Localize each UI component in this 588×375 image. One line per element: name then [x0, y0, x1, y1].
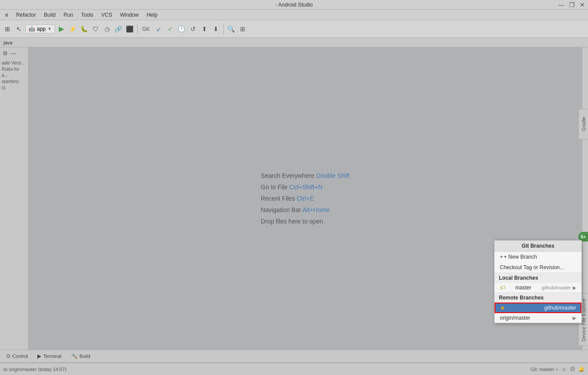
attach-button[interactable]: 🔗: [114, 24, 123, 34]
menu-item-run[interactable]: Run: [60, 11, 77, 19]
origin-master-label: origin/master: [500, 315, 530, 321]
git-branch-status[interactable]: Git: master ÷: [531, 367, 558, 372]
menu-item-refactor[interactable]: Refactor: [13, 11, 39, 19]
structure-btn[interactable]: ⊞: [238, 24, 247, 34]
git-push-btn[interactable]: ⬆: [200, 24, 209, 34]
toolbar-layout-btn[interactable]: ⊞: [3, 24, 12, 34]
checkout-tag-item[interactable]: Checkout Tag or Revision...: [495, 262, 581, 273]
hint-search-text: Search Everywhere: [261, 172, 316, 179]
toolbar: ⊞ ↖ 🤖 app ▼ ▶ ⚡ 🐛 🛡 ◷ 🔗 ⬛ Git: ↙ ✓ 🕐 ↺ ⬆…: [0, 20, 588, 38]
menu-bar: e Refactor Build Run Tools VCS Window He…: [0, 10, 588, 20]
git-update-btn[interactable]: ↙: [154, 24, 164, 34]
hint-goto: Go to File Ctrl+Shift+N: [261, 184, 349, 191]
app-selector[interactable]: 🤖 app ▼: [25, 25, 55, 33]
coverage-button[interactable]: 🛡: [91, 24, 100, 34]
tab-terminal-label: Terminal: [43, 353, 61, 359]
hint-recent: Recent Files Ctrl+E: [261, 195, 349, 202]
git-commit-btn[interactable]: ✓: [165, 24, 175, 34]
left-panel-content: adle Versi... Rules for a... operties) s…: [2, 60, 26, 91]
app-icon: 🤖: [29, 26, 35, 32]
search-btn[interactable]: 🔍: [226, 24, 236, 34]
hint-recent-text: Recent Files: [261, 195, 297, 202]
close-button[interactable]: ✕: [578, 1, 586, 8]
local-branch-master[interactable]: 🏷 master github/master ▶: [495, 283, 581, 292]
hint-navbar-text: Navigation Bar: [261, 206, 302, 213]
left-panel-text-1: adle Versi...: [2, 60, 26, 66]
hint-navbar-shortcut: Alt+Home: [302, 206, 330, 213]
title-bar: - Android Studio — ❐ ✕: [0, 0, 588, 10]
remote-branch-github-master[interactable]: ★ github/master: [495, 303, 581, 313]
toolbar-cursor-btn[interactable]: ↖: [14, 24, 24, 34]
settings-icon[interactable]: ⚙: [3, 50, 8, 57]
chevron-right-icon: ▶: [573, 285, 576, 291]
hint-search-shortcut: Double Shift: [316, 172, 349, 179]
minimize-icon[interactable]: —: [11, 50, 16, 57]
gradle-tab-label: Gradle: [581, 117, 586, 131]
left-panel-text-4: s): [2, 85, 26, 91]
gradle-tab[interactable]: Gradle: [578, 109, 588, 140]
notification-bell-icon[interactable]: 🔔: [578, 366, 584, 372]
toolbar-separator-2: [223, 24, 224, 34]
file-tab-label[interactable]: java: [4, 40, 12, 45]
menu-item-tools[interactable]: Tools: [78, 11, 97, 19]
local-branch-master-label: master: [515, 285, 531, 291]
left-panel: ⚙ — adle Versi... Rules for a... opertie…: [0, 47, 29, 350]
git-history-btn[interactable]: 🕐: [177, 24, 186, 34]
status-bar: to origin/master (today 14:07) Git: mast…: [0, 363, 588, 375]
left-panel-text-3: operties): [2, 79, 26, 85]
notification-count: 5+: [581, 234, 585, 239]
status-left: to origin/master (today 14:07): [4, 367, 67, 372]
tab-build-label: Build: [79, 353, 90, 359]
terminal-icon: ▶: [37, 353, 41, 359]
git-label: Git:: [140, 26, 152, 32]
origin-chevron-icon: ▶: [573, 315, 576, 321]
toolbar-separator-1: [137, 24, 138, 34]
debug-button[interactable]: ⚡: [68, 24, 78, 34]
status-push-text: to origin/master (today 14:07): [4, 367, 67, 372]
local-branch-tag-icon: 🏷: [500, 285, 505, 291]
minimize-button[interactable]: —: [557, 1, 565, 8]
new-branch-label: + New Branch: [504, 254, 537, 260]
remote-name: github/master: [541, 285, 571, 290]
run-button[interactable]: ▶: [57, 24, 66, 34]
popup-header: Git Branches: [495, 241, 581, 252]
plus-icon: +: [500, 254, 503, 260]
profile-button[interactable]: ◷: [102, 24, 112, 34]
app-selector-label: app: [37, 26, 46, 32]
hint-goto-shortcut: Ctrl+Shift+N: [289, 184, 323, 191]
hint-goto-text: Go to File: [261, 184, 289, 191]
remote-branches-header: Remote Branches: [495, 292, 581, 303]
window-controls[interactable]: — ❐ ✕: [557, 1, 586, 8]
local-branches-header: Local Branches: [495, 273, 581, 283]
hint-recent-shortcut: Ctrl+E: [297, 195, 314, 202]
remote-branch-origin-master[interactable]: origin/master ▶: [495, 313, 581, 323]
git-rollback-btn[interactable]: ↺: [188, 24, 198, 34]
menu-item-build[interactable]: Build: [40, 11, 59, 19]
menu-item-vcs[interactable]: VCS: [98, 11, 116, 19]
build-icon: 🔨: [71, 353, 78, 359]
menu-item-help[interactable]: Help: [143, 11, 161, 19]
hint-drop: Drop files here to open: [261, 218, 349, 225]
stop-button[interactable]: ⬛: [125, 24, 135, 34]
main-layout: ⚙ — adle Versi... Rules for a... opertie…: [0, 47, 588, 350]
tab-control[interactable]: ⊙ Control: [2, 352, 32, 361]
status-right: Git: master ÷ ☺ ☹ 🔔: [531, 366, 584, 372]
emoji-happy-icon: ☺: [562, 367, 566, 372]
hint-search: Search Everywhere Double Shift: [261, 172, 349, 179]
star-icon: ★: [500, 304, 506, 311]
maximize-button[interactable]: ❐: [568, 1, 576, 8]
file-tab: java: [0, 38, 588, 47]
tab-build[interactable]: 🔨 Build: [67, 352, 94, 361]
bug-button[interactable]: 🐛: [79, 24, 89, 34]
new-branch-item[interactable]: + + New Branch: [495, 252, 581, 262]
origin-master-arrow: ▶: [573, 315, 576, 321]
title-bar-title: - Android Studio: [275, 2, 312, 8]
checkout-tag-label: Checkout Tag or Revision...: [500, 264, 564, 270]
tab-terminal[interactable]: ▶ Terminal: [33, 352, 66, 361]
git-fetch-btn[interactable]: ⬇: [211, 24, 221, 34]
menu-item-window[interactable]: Window: [116, 11, 142, 19]
menu-item-e[interactable]: e: [2, 11, 12, 19]
tab-control-label: Control: [12, 353, 28, 359]
github-master-label: github/master: [544, 305, 576, 311]
hint-drop-text: Drop files here to open: [261, 218, 323, 225]
